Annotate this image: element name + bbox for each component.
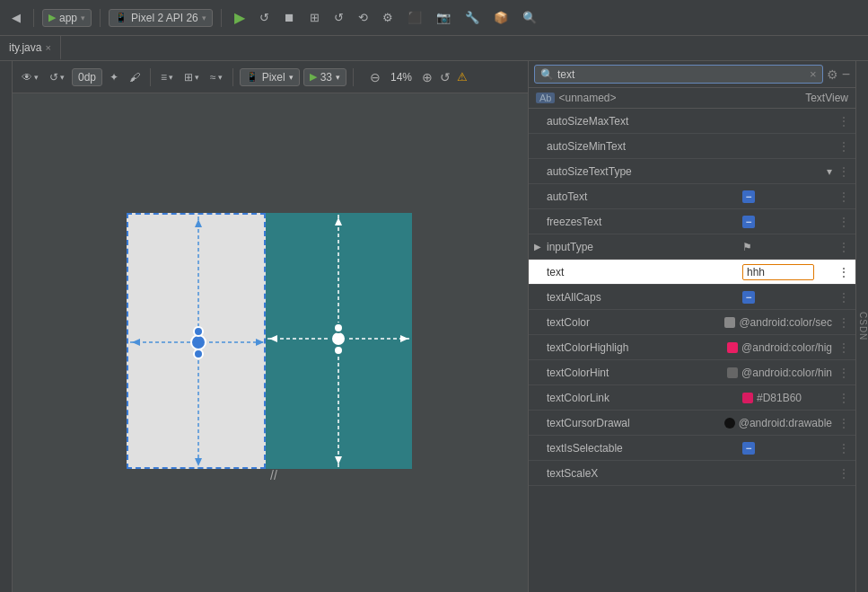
stop-button[interactable]: ⏹	[279, 9, 300, 26]
attr-close-button[interactable]: −	[842, 66, 850, 83]
tab-ity-java[interactable]: ity.java ×	[0, 36, 61, 60]
attr-key-textcolorhint: textColorHint	[547, 367, 727, 379]
attr-settings-icon[interactable]: ⚙	[827, 67, 838, 82]
attr-action-7[interactable]: ⋮	[832, 290, 850, 305]
attr-row-textcursordrawable[interactable]: textCursorDrawal @android:drawable ⋮	[529, 411, 855, 436]
magic-button[interactable]: ✦	[106, 69, 122, 85]
align-button-3[interactable]: ≈ ▾	[206, 69, 226, 85]
tab-label: ity.java	[9, 41, 41, 54]
brush-button[interactable]: 🖌	[126, 69, 144, 85]
attr-row-textisselectable[interactable]: textIsSelectable − ⋮	[529, 436, 855, 461]
zoom-reset-button[interactable]: ↺	[437, 70, 453, 84]
diagonal-annotation: //	[270, 468, 277, 482]
minus-icon-autotext: −	[742, 190, 755, 203]
attr-action-4[interactable]: ⋮	[832, 190, 850, 204]
attr-action-8[interactable]: ⋮	[832, 315, 850, 330]
attr-action-14[interactable]: ⋮	[832, 466, 850, 481]
svg-marker-7	[335, 217, 342, 225]
attr-row-textcolorhighlight[interactable]: textColorHighligh @android:color/hig ⋮	[529, 335, 855, 360]
sep-zoom	[353, 68, 354, 86]
zoom-plus-button[interactable]: ⊕	[419, 70, 435, 84]
attr-row-autosizemaxt[interactable]: autoSizeMaxText ⋮	[529, 109, 855, 134]
canvas-area[interactable]: //	[13, 93, 528, 592]
align-button-2[interactable]: ⊞ ▾	[180, 69, 203, 85]
attr-key-textcolorhighlight: textColorHighligh	[547, 341, 727, 354]
zoom-minus-button[interactable]: ⊖	[367, 70, 383, 84]
tool4[interactable]: ⬛	[403, 9, 426, 26]
attr-row-autosizemintext[interactable]: autoSizeMinText ⋮	[529, 134, 855, 159]
rotate-icon: ↺	[49, 71, 58, 84]
editor-area: 👁 ▾ ↺ ▾ 0dp ✦ 🖌 ≡ ▾ ⊞ ▾ ≈	[13, 61, 528, 592]
minus-icon-textallcaps: −	[742, 291, 755, 304]
tool6[interactable]: 🔧	[460, 9, 484, 26]
run-button[interactable]: ▶	[230, 7, 250, 28]
attr-action-11[interactable]: ⋮	[832, 391, 850, 405]
attr-row-textcolor[interactable]: textColor @android:color/sec ⋮	[529, 310, 855, 335]
attr-row-freezestext[interactable]: freezesText − ⋮	[529, 209, 855, 234]
ab-badge: Ab	[536, 93, 555, 103]
attr-row-textscalex[interactable]: textScaleX ⋮	[529, 461, 855, 486]
refresh-button[interactable]: ↺	[255, 9, 274, 26]
attr-row-inputtype[interactable]: ▶ inputType ⚑ ⋮	[529, 234, 855, 260]
attr-row-text[interactable]: text hhh ⋮	[529, 260, 855, 285]
separator-1	[33, 9, 34, 27]
device-pill[interactable]: 📱 Pixel ▾	[240, 68, 300, 86]
margin-control[interactable]: 0dp	[72, 68, 102, 86]
back-button[interactable]: ◀	[7, 9, 25, 26]
separator-2	[100, 9, 101, 27]
align-button-1[interactable]: ≡ ▾	[157, 69, 177, 85]
attr-action-6[interactable]: ⋮	[832, 240, 850, 254]
phone-icon: 📱	[246, 71, 259, 83]
sep-sec	[150, 68, 151, 86]
text-value-box[interactable]: hhh	[742, 264, 814, 280]
api-level-pill[interactable]: ▶ 33 ▾	[303, 68, 346, 86]
attr-action-text[interactable]: ⋮	[832, 265, 850, 279]
right-panel-svg	[266, 213, 412, 469]
attr-action-12[interactable]: ⋮	[832, 416, 850, 430]
attr-action-1[interactable]: ⋮	[832, 114, 850, 128]
attr-action-9[interactable]: ⋮	[832, 340, 850, 355]
attr-action-10[interactable]: ⋮	[832, 366, 850, 380]
attr-row-textcolorlink[interactable]: textColorLink #D81B60 ⋮	[529, 385, 855, 411]
search-toolbar-button[interactable]: 🔍	[518, 9, 541, 26]
tool7[interactable]: 📦	[489, 9, 513, 26]
tab-close-button[interactable]: ×	[45, 42, 50, 53]
android-icon: ▶	[310, 71, 317, 83]
attr-row-textcolorhint[interactable]: textColorHint @android:color/hin ⋮	[529, 360, 855, 385]
textcursordrawable-value: @android:drawable	[739, 417, 832, 429]
layout-right-panel	[266, 213, 412, 469]
attr-key-autotext: autoText	[547, 190, 742, 203]
expand-icon-inputtype[interactable]: ▶	[534, 242, 547, 252]
attr-action-3[interactable]: ⋮	[832, 164, 850, 179]
attr-row-autosizetexttype[interactable]: autoSizeTextType ▾ ⋮	[529, 159, 855, 184]
svg-marker-8	[335, 456, 342, 464]
zoom-value: 14%	[385, 71, 417, 84]
device-selector[interactable]: 📱 Pixel 2 API 26 ▾	[109, 9, 213, 27]
attr-key-textallcaps: textAllCaps	[547, 291, 742, 304]
tool5[interactable]: 📷	[432, 9, 455, 26]
app-selector[interactable]: ▶ app ▾	[42, 9, 92, 27]
separator-3	[221, 9, 222, 27]
view-toggle-button[interactable]: 👁 ▾	[18, 69, 42, 85]
attr-row-textallcaps[interactable]: textAllCaps − ⋮	[529, 285, 855, 310]
svg-marker-1	[195, 458, 202, 466]
attr-action-13[interactable]: ⋮	[832, 441, 850, 455]
attr-row-autotext[interactable]: autoText − ⋮	[529, 184, 855, 209]
attr-key-textcursordrawable: textCursorDrawal	[547, 417, 724, 429]
tool3[interactable]: ⚙	[378, 9, 398, 26]
svg-point-13	[334, 346, 343, 355]
attr-action-5[interactable]: ⋮	[832, 215, 850, 229]
tool1[interactable]: ↺	[329, 9, 348, 26]
rotate-arrow: ▾	[60, 73, 65, 82]
view-arrow: ▾	[34, 73, 39, 82]
sync-button[interactable]: ⊞	[305, 9, 324, 26]
search-box[interactable]: 🔍 ×	[534, 65, 823, 84]
tool2[interactable]: ⟲	[354, 9, 373, 26]
search-clear-button[interactable]: ×	[810, 67, 817, 81]
attr-action-2[interactable]: ⋮	[832, 139, 850, 154]
svg-point-6	[194, 349, 203, 358]
attr-key-textcolor: textColor	[547, 316, 724, 329]
attr-val-inputtype: ⚑	[742, 241, 832, 253]
search-input[interactable]	[557, 68, 806, 81]
rotate-button[interactable]: ↺ ▾	[46, 69, 68, 85]
